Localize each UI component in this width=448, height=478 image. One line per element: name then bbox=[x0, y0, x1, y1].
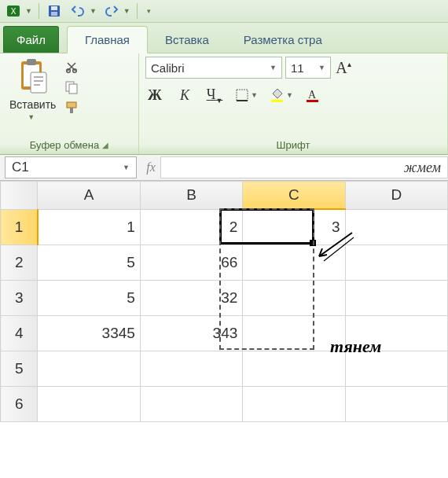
svg-text:A: A bbox=[308, 89, 317, 101]
tab-home[interactable]: Главная bbox=[67, 26, 148, 53]
cell-A6[interactable] bbox=[38, 387, 141, 422]
row-header-3[interactable]: 3 bbox=[1, 281, 38, 316]
row-header-2[interactable]: 2 bbox=[1, 245, 38, 281]
svg-rect-4 bbox=[51, 12, 57, 16]
col-header-B[interactable]: B bbox=[140, 182, 242, 210]
svg-text:X: X bbox=[11, 7, 17, 16]
brush-icon bbox=[64, 101, 79, 115]
cell-C4[interactable] bbox=[243, 316, 345, 351]
cell-D5[interactable] bbox=[345, 351, 447, 387]
cell-B5[interactable] bbox=[140, 351, 242, 387]
font-size-value: 11 bbox=[291, 61, 304, 75]
paste-button[interactable]: Вставить ▼ bbox=[6, 57, 59, 123]
italic-button[interactable]: К bbox=[175, 87, 194, 104]
cell-D1[interactable] bbox=[345, 209, 447, 245]
svg-rect-14 bbox=[70, 108, 73, 113]
scissors-icon bbox=[64, 60, 79, 74]
underline-label: Ч bbox=[207, 86, 216, 102]
clipboard-launcher-icon[interactable]: ◢ bbox=[102, 141, 108, 149]
svg-rect-13 bbox=[67, 102, 76, 108]
customize-qat-icon[interactable]: ▾ bbox=[147, 7, 151, 15]
annotation-text: жмем bbox=[404, 160, 441, 176]
row-header-1[interactable]: 1 bbox=[1, 209, 38, 245]
tab-page-layout[interactable]: Разметка стра bbox=[226, 27, 340, 53]
cell-C3[interactable] bbox=[243, 281, 345, 316]
bold-button[interactable]: Ж bbox=[145, 87, 164, 104]
save-icon[interactable] bbox=[46, 2, 63, 20]
group-font: Calibri ▼ 11 ▼ A▴ Ж К Ч▼ ▼ bbox=[139, 53, 448, 154]
chevron-down-icon: ▼ bbox=[251, 91, 258, 99]
cell-A1[interactable]: 1 bbox=[38, 209, 141, 245]
file-tab[interactable]: Файл bbox=[3, 26, 59, 53]
cut-button[interactable] bbox=[64, 60, 79, 74]
cell-D4[interactable] bbox=[345, 316, 447, 351]
svg-rect-8 bbox=[31, 72, 46, 93]
row-header-5[interactable]: 5 bbox=[1, 351, 38, 387]
cell-B1[interactable]: 2 bbox=[140, 209, 242, 245]
copy-button[interactable] bbox=[64, 80, 79, 94]
fx-icon[interactable]: fx bbox=[141, 160, 160, 175]
ribbon-tabs: Файл Главная Вставка Разметка стра bbox=[0, 23, 448, 53]
cell-B6[interactable] bbox=[140, 387, 242, 422]
grow-font-button[interactable]: A▴ bbox=[334, 59, 353, 77]
separator bbox=[137, 3, 138, 19]
chevron-down-icon: ▼ bbox=[270, 64, 277, 72]
cell-A5[interactable] bbox=[38, 351, 141, 387]
group-clipboard: Вставить ▼ Буфер обмена ◢ bbox=[0, 53, 139, 154]
copy-icon bbox=[64, 80, 79, 94]
borders-button[interactable]: ▼ bbox=[235, 88, 258, 102]
select-all-corner[interactable] bbox=[1, 182, 38, 210]
cell-C5[interactable] bbox=[243, 351, 345, 387]
redo-icon[interactable] bbox=[103, 2, 120, 20]
cell-A4[interactable]: 3345 bbox=[38, 316, 141, 351]
underline-button[interactable]: Ч▼ bbox=[205, 86, 224, 105]
cell-D2[interactable] bbox=[345, 245, 447, 281]
svg-rect-7 bbox=[27, 59, 36, 65]
fill-color-button[interactable]: ▼ bbox=[269, 87, 293, 103]
cell-C6[interactable] bbox=[243, 387, 345, 422]
cell-B2[interactable]: 66 bbox=[140, 245, 242, 281]
undo-menu-arrow-icon[interactable]: ▼ bbox=[90, 7, 97, 15]
clipboard-icon bbox=[17, 58, 50, 96]
formula-bar: C1 ▼ fx жмем bbox=[0, 155, 448, 181]
undo-icon[interactable] bbox=[69, 2, 86, 20]
svg-rect-19 bbox=[307, 100, 318, 102]
cell-A2[interactable]: 5 bbox=[38, 245, 141, 281]
svg-rect-15 bbox=[237, 90, 248, 101]
worksheet[interactable]: A B C D 1 1 2 3 2 5 66 3 5 32 4 3345 343… bbox=[0, 181, 448, 422]
group-clipboard-label: Буфер обмена bbox=[30, 139, 99, 151]
col-header-C[interactable]: C bbox=[243, 182, 345, 210]
font-color-icon: A bbox=[304, 87, 320, 103]
tab-insert[interactable]: Вставка bbox=[148, 27, 226, 53]
cell-D6[interactable] bbox=[345, 387, 447, 422]
cell-C1[interactable]: 3 bbox=[243, 209, 345, 245]
redo-menu-arrow-icon[interactable]: ▼ bbox=[123, 7, 130, 15]
name-box[interactable]: C1 ▼ bbox=[5, 156, 137, 178]
cell-D3[interactable] bbox=[345, 281, 447, 316]
paste-menu-arrow-icon[interactable]: ▼ bbox=[28, 113, 35, 121]
bucket-icon bbox=[269, 87, 285, 103]
ribbon: Вставить ▼ Буфер обмена ◢ bbox=[0, 53, 448, 155]
cell-B3[interactable]: 32 bbox=[140, 281, 242, 316]
font-size-combo[interactable]: 11 ▼ bbox=[285, 57, 331, 79]
font-name-value: Calibri bbox=[151, 61, 185, 75]
font-color-button[interactable]: A bbox=[304, 87, 320, 103]
grid-table: A B C D 1 1 2 3 2 5 66 3 5 32 4 3345 343… bbox=[0, 181, 448, 422]
row-header-4[interactable]: 4 bbox=[1, 316, 38, 351]
format-painter-button[interactable] bbox=[64, 101, 79, 115]
col-header-A[interactable]: A bbox=[38, 182, 141, 210]
chevron-down-icon: ▼ bbox=[318, 64, 325, 72]
svg-rect-17 bbox=[271, 100, 283, 102]
formula-input[interactable]: жмем bbox=[160, 156, 448, 178]
cell-B4[interactable]: 343 bbox=[140, 316, 242, 351]
font-name-combo[interactable]: Calibri ▼ bbox=[145, 57, 282, 79]
chevron-down-icon: ▼ bbox=[286, 91, 293, 99]
col-header-D[interactable]: D bbox=[345, 182, 447, 210]
excel-icon[interactable]: X bbox=[5, 2, 22, 20]
quick-access-toolbar: X ▼ ▼ ▼ ▾ bbox=[0, 0, 448, 23]
cell-A3[interactable]: 5 bbox=[38, 281, 141, 316]
cell-C2[interactable] bbox=[243, 245, 345, 281]
row-header-6[interactable]: 6 bbox=[1, 387, 38, 422]
app-menu-arrow-icon[interactable]: ▼ bbox=[25, 7, 32, 15]
svg-rect-12 bbox=[69, 84, 77, 94]
